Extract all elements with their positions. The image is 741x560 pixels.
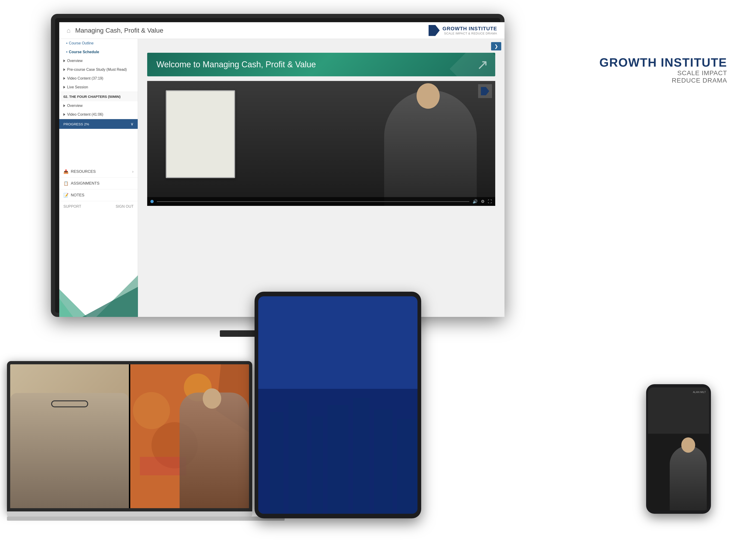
tablet-screen: STRESS TESTING YOUR NUMBERS DURING COVID… bbox=[258, 296, 417, 514]
laptop-device bbox=[7, 361, 252, 537]
video-presenter bbox=[147, 81, 495, 206]
arrow-icon bbox=[63, 59, 65, 62]
screen-title: Managing Cash, Profit & Value bbox=[75, 27, 163, 34]
laptop-screen bbox=[10, 364, 249, 508]
chevron-down-icon: ∨ bbox=[131, 122, 134, 127]
notes-label: NOTES bbox=[71, 193, 84, 198]
welcome-text: Welcome to Managing Cash, Profit & Value bbox=[156, 60, 316, 69]
assignments-icon: 📋 bbox=[63, 181, 68, 186]
laptop-base-bar bbox=[7, 516, 285, 521]
sidebar-item-video37[interactable]: Video Content (37:19) bbox=[59, 74, 138, 83]
screen-header: ⌂ Managing Cash, Profit & Value GROWTH I… bbox=[59, 22, 504, 39]
progress-label: PROGRESS 2% bbox=[63, 122, 89, 126]
arrow-icon bbox=[63, 104, 65, 107]
monitor-bezel: ⌂ Managing Cash, Profit & Value GROWTH I… bbox=[51, 14, 504, 317]
chapter-items-section: Overview Video Content (41:06) bbox=[59, 101, 138, 119]
assignments-label: ASSIGNMENTS bbox=[71, 181, 99, 186]
arrow-icon bbox=[63, 68, 65, 71]
laptop-screen-frame bbox=[7, 361, 252, 511]
svg-rect-18 bbox=[397, 419, 417, 514]
right-person-silhouette bbox=[180, 393, 249, 508]
gi-logo-icon bbox=[428, 25, 440, 36]
presenter-head bbox=[416, 83, 440, 109]
svg-point-5 bbox=[133, 392, 170, 429]
sidebar-spacer bbox=[59, 129, 138, 166]
sidebar-item-overview1[interactable]: Overview bbox=[59, 57, 138, 65]
right-person-head bbox=[203, 389, 221, 409]
sidebar-notes[interactable]: 📝 NOTES bbox=[59, 190, 138, 201]
sidebar-item-live-session[interactable]: Live Session bbox=[59, 83, 138, 91]
laptop-video-right bbox=[130, 364, 249, 508]
sign-out-link[interactable]: SIGN OUT bbox=[116, 205, 134, 209]
resources-arrow-icon: › bbox=[132, 169, 134, 174]
phone-presenter-silhouette bbox=[670, 446, 707, 510]
tablet-bezel: STRESS TESTING YOUR NUMBERS DURING COVID… bbox=[255, 292, 421, 518]
phone-presenter-head bbox=[681, 437, 695, 453]
sidebar-item-precourse[interactable]: Pre-course Case Study (Must Read) bbox=[59, 65, 138, 74]
progress-bar-section[interactable]: PROGRESS 2% ∨ bbox=[59, 119, 138, 129]
sidebar-assignments[interactable]: 📋 ASSIGNMENTS bbox=[59, 178, 138, 190]
phone-screen: ALAN MILT bbox=[648, 388, 709, 510]
sidebar-item-course-outline[interactable]: Course Outline bbox=[59, 39, 138, 48]
arrow-icon bbox=[63, 113, 65, 116]
sidebar-item-video41[interactable]: Video Content (41:06) bbox=[59, 110, 138, 119]
fullscreen-icon[interactable]: ⛶ bbox=[488, 199, 492, 204]
phone-device: ALAN MILT bbox=[646, 384, 711, 514]
video-controls[interactable]: 🔊 ⚙ ⛶ bbox=[147, 197, 495, 206]
gi-logo-text: GROWTH INSTITUTE SCALE IMPACT & REDUCE D… bbox=[443, 26, 497, 35]
resources-label: RESOURCES bbox=[71, 169, 96, 174]
laptop-person-left bbox=[10, 393, 129, 508]
header-left: ⌂ Managing Cash, Profit & Value bbox=[67, 27, 163, 34]
sidebar-item-overview2[interactable]: Overview bbox=[59, 101, 138, 110]
gi-logo-tagline: SCALE IMPACT & REDUCE DRAMA bbox=[443, 32, 497, 35]
sidebar-nav-section: Course Outline Course Schedule Overview … bbox=[59, 39, 138, 92]
svg-rect-12 bbox=[270, 412, 284, 514]
svg-rect-15 bbox=[328, 405, 348, 514]
gi-watermark bbox=[478, 84, 492, 98]
gi-text-block: GROWTH INSTITUTE SCALE IMPACT REDUCE DRA… bbox=[599, 56, 727, 84]
sidebar-item-course-schedule[interactable]: Course Schedule bbox=[59, 48, 138, 57]
teal-bg-svg bbox=[59, 229, 138, 317]
svg-rect-16 bbox=[353, 398, 369, 514]
monitor-screen: ⌂ Managing Cash, Profit & Value GROWTH I… bbox=[59, 22, 504, 317]
volume-icon[interactable]: 🔊 bbox=[473, 199, 478, 204]
laptop-video-left bbox=[10, 364, 129, 508]
svg-rect-14 bbox=[312, 417, 323, 514]
phone-bezel: ALAN MILT bbox=[646, 384, 711, 514]
playhead-indicator bbox=[150, 200, 154, 203]
gi-brand-name: GROWTH INSTITUTE bbox=[599, 56, 727, 69]
sidebar-resources[interactable]: 📥 RESOURCES › bbox=[59, 166, 138, 178]
svg-rect-13 bbox=[288, 400, 307, 514]
screen-body: Course Outline Course Schedule Overview … bbox=[59, 39, 504, 317]
home-icon[interactable]: ⌂ bbox=[67, 27, 71, 34]
gi-watermark-icon bbox=[481, 87, 489, 95]
welcome-banner: Welcome to Managing Cash, Profit & Value… bbox=[147, 53, 495, 76]
notes-icon: 📝 bbox=[63, 193, 68, 198]
gi-logo-area: GROWTH INSTITUTE SCALE IMPACT & REDUCE D… bbox=[428, 25, 497, 36]
phone-name-label: ALAN MILT bbox=[693, 391, 706, 394]
progress-track[interactable] bbox=[157, 201, 469, 202]
svg-rect-17 bbox=[374, 410, 393, 514]
sidebar-footer: SUPPORT SIGN OUT bbox=[59, 201, 138, 212]
whiteboard bbox=[166, 90, 235, 178]
svg-marker-2 bbox=[82, 287, 138, 317]
settings-icon[interactable]: ⚙ bbox=[481, 199, 485, 204]
resources-icon: 📥 bbox=[63, 169, 68, 174]
next-button[interactable]: ❯ bbox=[491, 42, 501, 51]
main-content-area: ❯ Welcome to Managing Cash, Profit & Val… bbox=[138, 39, 504, 317]
video-player[interactable]: 🔊 ⚙ ⛶ 💬 DISCUSS bbox=[147, 81, 495, 206]
chapter-header: 02. THE FOUR CHAPTERS (50MIN) bbox=[59, 92, 138, 101]
glasses-icon bbox=[51, 400, 88, 407]
gi-logo-name: GROWTH INSTITUTE bbox=[443, 26, 497, 32]
arrow-up-icon: ↗ bbox=[477, 57, 488, 73]
phone-video-area: ALAN MILT bbox=[648, 388, 709, 510]
course-sidebar: Course Outline Course Schedule Overview … bbox=[59, 39, 138, 317]
support-link[interactable]: SUPPORT bbox=[63, 205, 81, 209]
gi-brand-tagline: SCALE IMPACT REDUCE DRAMA bbox=[599, 69, 727, 84]
laptop-hinge bbox=[7, 511, 252, 517]
svg-rect-8 bbox=[140, 457, 186, 475]
arrow-icon bbox=[63, 86, 65, 89]
tablet-device: STRESS TESTING YOUR NUMBERS DURING COVID… bbox=[255, 292, 421, 518]
arrow-icon bbox=[63, 77, 65, 80]
city-bg-svg bbox=[258, 296, 417, 514]
